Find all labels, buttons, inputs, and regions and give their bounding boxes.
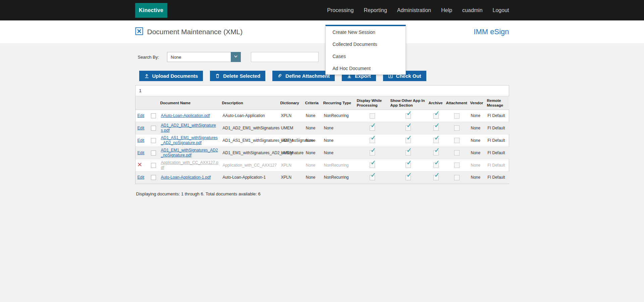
criteria-cell: None [304,159,322,172]
processing-dropdown-menu: Create New Session Collected Documents C… [325,25,406,75]
documents-tbody: EditAAuto-Loan-Application.pdfAAuto-Loan… [136,110,509,184]
select-column-header [149,96,159,110]
select-cell [149,122,159,134]
document-link[interactable]: AAuto-Loan-Application.pdf [161,113,210,118]
show-other-app-in-app-section-cell [389,122,427,134]
document-xml-icon [135,27,143,37]
show-other-app-in-app-section-checkbox [406,138,411,143]
row-select-checkbox[interactable] [151,150,156,156]
document-link[interactable]: AD1_EM1_withSignatures_AD2_noSignature.p… [161,148,218,158]
dictionary-cell: XPLN [279,172,304,184]
search-input[interactable] [251,52,319,62]
attachment-checkbox [454,125,460,131]
display-while-processing-checkbox [370,150,375,156]
menu-item-cases[interactable]: Cases [326,50,406,62]
archive-cell [427,122,445,134]
edit-link[interactable]: Edit [138,126,145,130]
select-cell [149,110,159,122]
search-by-select[interactable]: None [167,52,241,62]
show-other-app-in-app-section-checkbox [406,113,411,119]
show-other-app-in-app-section-checkbox [406,125,411,131]
archive-checkbox [433,113,439,119]
top-navigation-bar: Kinective Processing Create New Session … [0,0,644,20]
documents-table-panel: 1 Document Name Description Dictionary C… [135,85,509,184]
recurring-type-cell: NonRecurring [322,110,356,122]
recurring-type-cell: None [322,147,356,159]
edit-link[interactable]: Edit [138,150,145,155]
document-link[interactable]: Auto-Loan-Application-1.pdf [161,175,211,180]
document-name-cell: AD1_AS1_EM1_withSignatures_AD2_noSignatu… [159,134,221,147]
archive-cell [427,159,445,172]
documents-summary: Displaying documents: 1 through 6. Total… [135,191,509,196]
paperclip-icon [277,73,282,78]
show-other-app-in-app-section-checkbox [406,150,411,156]
archive-checkbox [433,163,439,168]
menu-item-ad-hoc-document[interactable]: Ad Hoc Document [326,62,406,74]
attachment-cell [445,122,469,134]
nav-item-logout[interactable]: Logout [488,0,509,20]
document-name-cell: AD1_AD2_EM1_withSignatures.pdf [159,122,221,134]
edit-link[interactable]: Edit [138,175,145,180]
display-while-processing-cell [356,159,389,172]
display-while-processing-cell [356,110,389,122]
document-link[interactable]: AD1_AS1_EM1_withSignatures_AD2_noSignatu… [161,135,218,145]
kinective-logo: Kinective [135,3,167,18]
nav-item-help[interactable]: Help [436,0,457,20]
description-cell: AD1_AD2_EM1_withSignatures [221,122,279,134]
description-cell: AD1_AS1_EM1_withSignatures_AD2_noSignatu… [221,134,279,147]
select-cell [149,147,159,159]
archive-cell [427,110,445,122]
dictionary-cell: XPLN [279,159,304,172]
nav-item-processing[interactable]: Processing Create New Session Collected … [322,0,359,20]
recurring-type-cell: None [322,122,356,134]
page-number[interactable]: 1 [139,88,142,93]
display-while-processing-cell [356,172,389,184]
column-header-attachment: Attachment [445,96,469,110]
vendor-cell: None [469,122,486,134]
archive-checkbox [433,125,439,131]
remote-message-cell: FI Default [486,159,509,172]
menu-item-collected-documents[interactable]: Collected Documents [326,38,406,50]
table-row: EditAD1_AS1_EM1_withSignatures_AD2_noSig… [136,134,509,147]
row-select-checkbox[interactable] [151,175,156,180]
show-other-app-in-app-section-checkbox [406,175,411,180]
document-link[interactable]: AD1_AD2_EM1_withSignatures.pdf [161,123,216,133]
show-other-app-in-app-section-cell [389,159,427,172]
delete-x-icon[interactable] [138,162,142,169]
edit-link[interactable]: Edit [138,113,145,118]
dictionary-cell: UMEM [279,122,304,134]
nav-item-cuadmin[interactable]: cuadmin [457,0,487,20]
display-while-processing-cell [356,122,389,134]
display-while-processing-checkbox [370,175,375,180]
action-cell [136,159,149,172]
nav-item-reporting[interactable]: Reporting [359,0,392,20]
search-dropdown-button[interactable] [231,52,241,62]
nav-item-administration[interactable]: Administration [392,0,436,20]
criteria-cell: None [304,134,322,147]
upload-documents-button[interactable]: Upload Documents [139,71,203,81]
document-name-cell: AAuto-Loan-Application.pdf [159,110,221,122]
row-select-checkbox[interactable] [151,138,156,143]
row-select-checkbox[interactable] [151,126,156,131]
main-nav: Processing Create New Session Collected … [322,0,509,20]
table-row: EditAAuto-Loan-Application.pdfAAuto-Loan… [136,110,509,122]
select-cell [149,172,159,184]
menu-item-create-new-session[interactable]: Create New Session [326,26,406,38]
delete-selected-button[interactable]: Delete Selected [210,71,265,81]
description-cell: Auto-Loan-Application-1 [221,172,279,184]
search-by-selected-value[interactable]: None [167,52,231,62]
archive-cell [427,147,445,159]
archive-cell [427,134,445,147]
attachment-cell [445,159,469,172]
remote-message-cell: FI Default [486,172,509,184]
document-link[interactable]: Application_with_CC_AXX127.pdf [161,160,218,170]
edit-link[interactable]: Edit [138,138,145,143]
action-column-header [136,96,149,110]
row-select-checkbox[interactable] [151,163,156,168]
column-header-criteria: Criteria [304,96,322,110]
row-select-checkbox[interactable] [151,113,156,118]
table-row: EditAD1_AD2_EM1_withSignatures.pdfAD1_AD… [136,122,509,134]
select-cell [149,134,159,147]
document-name-cell: Auto-Loan-Application-1.pdf [159,172,221,184]
action-cell: Edit [136,110,149,122]
